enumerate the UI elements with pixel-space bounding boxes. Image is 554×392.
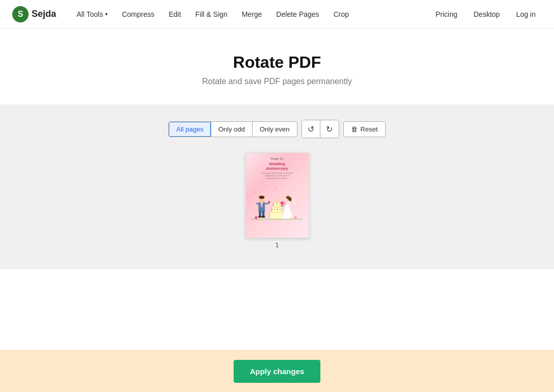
svg-point-9 — [276, 199, 278, 201]
svg-point-13 — [280, 208, 281, 210]
svg-rect-7 — [274, 202, 281, 207]
svg-point-15 — [276, 203, 278, 204]
svg-point-39 — [294, 216, 297, 219]
navbar: S Sejda All Tools Compress Edit Fill & S… — [0, 0, 554, 29]
svg-point-27 — [258, 216, 262, 218]
rotate-right-button[interactable]: ↻ — [320, 120, 339, 138]
page-thumbnail-1[interactable]: Happy 1st WeddingAnniversary Lorem ipsum… — [245, 152, 309, 238]
nav-fill-sign[interactable]: Fill & Sign — [189, 7, 234, 21]
only-odd-button[interactable]: Only odd — [211, 122, 253, 137]
svg-rect-21 — [256, 203, 259, 204]
svg-point-35 — [283, 201, 285, 204]
nav-desktop[interactable]: Desktop — [467, 7, 506, 21]
logo-name: Sejda — [32, 9, 56, 19]
nav-pricing[interactable]: Pricing — [430, 7, 464, 21]
all-pages-button[interactable]: All pages — [169, 122, 211, 137]
page-filter-group: All pages Only odd Only even — [168, 121, 297, 137]
logo-icon: S — [12, 6, 29, 22]
reset-label: Reset — [361, 125, 378, 133]
logo[interactable]: S Sejda — [12, 6, 56, 22]
svg-text:🌿: 🌿 — [281, 204, 284, 207]
main-area: All pages Only odd Only even ↺ ↻ 🗑 Reset… — [0, 104, 554, 269]
trash-icon: 🗑 — [351, 125, 358, 133]
page-thumb-inner-1: Happy 1st WeddingAnniversary Lorem ipsum… — [246, 153, 309, 238]
reset-button[interactable]: 🗑 Reset — [343, 121, 386, 137]
rotate-left-button[interactable]: ↺ — [302, 120, 320, 138]
svg-rect-22 — [265, 203, 268, 204]
nav-edit[interactable]: Edit — [163, 7, 187, 21]
svg-rect-32 — [289, 203, 291, 204]
rotate-group: ↺ ↻ — [301, 120, 339, 138]
svg-text:♥: ♥ — [274, 187, 276, 189]
thumb-subtitle: Lorem ipsum dolor sit amet, consectetura… — [259, 172, 295, 180]
svg-point-24 — [268, 201, 270, 203]
navbar-right: Pricing Desktop Log in — [430, 7, 542, 21]
page-item-1: Happy 1st WeddingAnniversary Lorem ipsum… — [245, 152, 309, 249]
svg-point-12 — [277, 208, 278, 210]
nav-compress[interactable]: Compress — [116, 7, 161, 21]
thumb-title-line1: Happy 1st — [271, 157, 284, 160]
navbar-links: All Tools Compress Edit Fill & Sign Merg… — [70, 7, 430, 21]
page-subtitle: Rotate and save PDF pages permanently — [12, 77, 542, 86]
hero-section: Rotate PDF Rotate and save PDF pages per… — [0, 29, 554, 104]
toolbar: All pages Only odd Only even ↺ ↻ 🗑 Reset — [12, 120, 542, 138]
svg-text:♥: ♥ — [254, 190, 256, 194]
nav-all-tools[interactable]: All Tools — [70, 7, 114, 21]
svg-point-10 — [271, 208, 272, 210]
thumb-illustration: ♥ ♥ ♥ ♥ ♥ — [251, 184, 303, 227]
nav-merge[interactable]: Merge — [236, 7, 268, 21]
svg-point-38 — [255, 216, 257, 219]
svg-point-20 — [259, 196, 265, 199]
nav-delete-pages[interactable]: Delete Pages — [270, 7, 325, 21]
pages-container: Happy 1st WeddingAnniversary Lorem ipsum… — [12, 152, 542, 249]
svg-point-41 — [290, 217, 292, 219]
svg-point-40 — [260, 217, 262, 219]
svg-point-28 — [262, 216, 265, 218]
apply-changes-bar: Apply changes — [0, 350, 554, 392]
page-number-1: 1 — [275, 241, 279, 249]
svg-point-11 — [274, 208, 275, 210]
nav-login[interactable]: Log in — [510, 7, 542, 21]
thumb-title-line2: WeddingAnniversary — [266, 162, 288, 171]
svg-text:♥: ♥ — [253, 207, 254, 210]
nav-crop[interactable]: Crop — [328, 7, 355, 21]
only-even-button[interactable]: Only even — [253, 122, 297, 137]
page-title: Rotate PDF — [12, 53, 542, 72]
svg-point-14 — [273, 203, 274, 204]
apply-changes-button[interactable]: Apply changes — [234, 360, 321, 383]
svg-text:♥: ♥ — [293, 189, 295, 192]
svg-text:♥: ♥ — [298, 204, 300, 208]
